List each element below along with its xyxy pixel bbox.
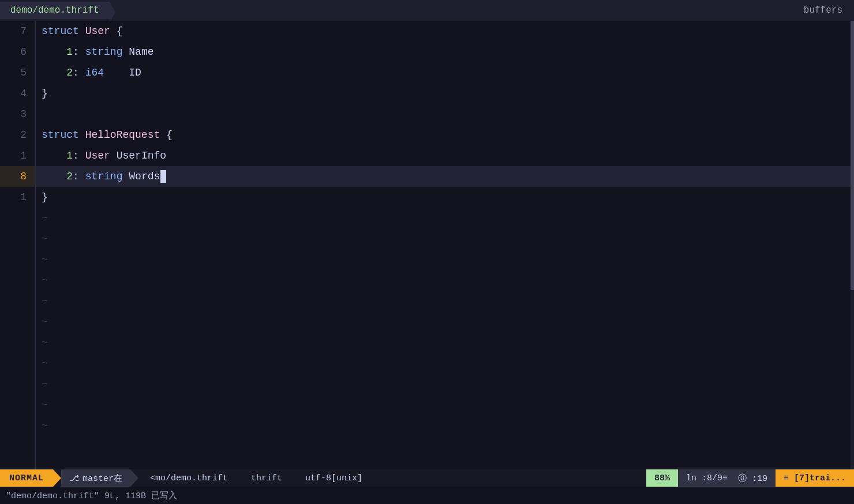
git-icon: ⎇ — [69, 473, 79, 484]
tilde-1: ~ — [36, 208, 854, 228]
code-line-7: 1: User UserInfo — [36, 145, 854, 166]
code-line-4: } — [36, 83, 854, 104]
tilde-9: ~ — [36, 374, 854, 394]
code-line-8: 2: string Words — [36, 166, 854, 187]
git-branch: master在 — [83, 473, 122, 484]
code-area[interactable]: 7 6 5 4 3 2 1 8 1 struct User { — [0, 21, 854, 469]
file-type: thrift — [239, 473, 294, 483]
line-position: ln :8/9≡ — [686, 473, 728, 483]
cmdline-text: "demo/demo.thrift" 9L, 119B 已写入 — [6, 490, 177, 501]
tab-filename: demo/demo.thrift — [10, 5, 99, 16]
tilde-5: ~ — [36, 291, 854, 311]
text-cursor — [160, 170, 166, 183]
line-num-1a: 1 — [0, 145, 35, 166]
scrollbar-thumb[interactable] — [851, 21, 854, 290]
col-position: ⓪ :19 — [738, 473, 767, 484]
mode-badge: NORMAL — [0, 469, 53, 487]
scrollbar[interactable] — [851, 21, 854, 469]
titlebar: demo/demo.thrift buffers — [0, 0, 854, 21]
trail-info: ≡ [7]trai... — [776, 469, 854, 487]
line-num-8: 8 — [0, 166, 35, 187]
editor: demo/demo.thrift buffers 7 6 5 4 3 2 1 8… — [0, 0, 854, 504]
tilde-3: ~ — [36, 249, 854, 270]
command-line: "demo/demo.thrift" 9L, 119B 已写入 — [0, 487, 854, 504]
tilde-11: ~ — [36, 415, 854, 436]
tilde-10: ~ — [36, 394, 854, 415]
statusbar: NORMAL ⎇ master在 <mo/demo.thrift thrift … — [0, 469, 854, 487]
line-num-2: 2 — [0, 125, 35, 145]
line-num-6: 6 — [0, 42, 35, 62]
encoding: utf-8[unix] — [294, 473, 374, 483]
code-line-5 — [36, 104, 854, 125]
buffers-label: buffers — [804, 5, 854, 16]
line-num-5: 5 — [0, 62, 35, 83]
active-tab[interactable]: demo/demo.thrift — [0, 2, 110, 19]
line-numbers: 7 6 5 4 3 2 1 8 1 — [0, 21, 35, 469]
line-num-1b: 1 — [0, 187, 35, 208]
line-num-3: 3 — [0, 104, 35, 125]
git-section: ⎇ master在 — [61, 469, 130, 487]
file-path: <mo/demo.thrift — [138, 473, 239, 483]
line-num-7: 7 — [0, 21, 35, 42]
code-line-3: 2: i64 ID — [36, 62, 854, 83]
code-line-9: } — [36, 187, 854, 208]
code-line-6: struct HelloRequest { — [36, 125, 854, 145]
tilde-4: ~ — [36, 270, 854, 291]
code-line-1: struct User { — [36, 21, 854, 42]
tilde-6: ~ — [36, 311, 854, 332]
code-content[interactable]: struct User { 1: string Name 2: i64 ID }… — [36, 21, 854, 469]
cursor-position: ln :8/9≡ ⓪ :19 — [678, 469, 776, 487]
tilde-7: ~ — [36, 332, 854, 353]
mode-arrow-icon — [53, 469, 61, 487]
line-num-4: 4 — [0, 83, 35, 104]
git-arrow-icon — [130, 469, 138, 487]
code-line-2: 1: string Name — [36, 42, 854, 62]
tilde-2: ~ — [36, 228, 854, 249]
tilde-8: ~ — [36, 353, 854, 374]
scroll-progress: 88% — [646, 469, 678, 487]
